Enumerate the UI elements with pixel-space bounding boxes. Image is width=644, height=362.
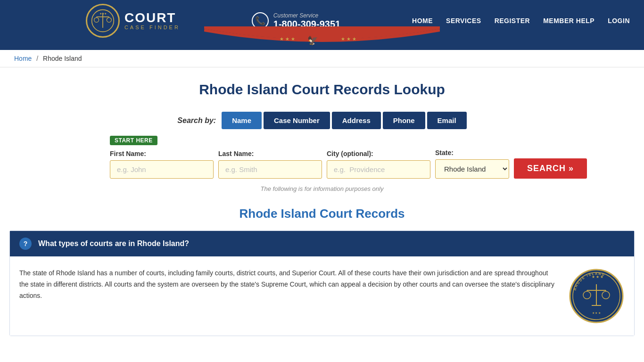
main-content: Rhode Island Court Records Lookup Search… <box>0 67 644 346</box>
tab-case-number[interactable]: Case Number <box>264 112 330 129</box>
ribbon-svg: 🦅 ★ ★ ★ ★ ★ ★ <box>204 26 440 50</box>
nav-login[interactable]: LOGIN <box>608 17 630 25</box>
ribbon-bar: 🦅 ★ ★ ★ ★ ★ ★ <box>0 41 644 50</box>
svg-text:★ ★ ★: ★ ★ ★ <box>280 36 295 41</box>
ri-seal-icon: RHODE ISLAND ★ ★ ★ ★ ★ ★ <box>568 268 625 324</box>
faq-body: The state of Rhode Island has a number o… <box>10 256 634 336</box>
breadcrumb-current: Rhode Island <box>43 55 82 62</box>
search-tabs: Name Case Number Address Phone Email <box>222 112 466 129</box>
breadcrumb: Home / Rhode Island <box>0 50 644 67</box>
main-nav: HOME SERVICES REGISTER MEMBER HELP LOGIN <box>412 17 630 25</box>
logo-area[interactable]: ★★★ COURT CASE FINDER <box>86 4 180 38</box>
first-name-label: First Name: <box>110 150 214 157</box>
search-by-row: Search by: Name Case Number Address Phon… <box>110 112 534 129</box>
svg-text:🦅: 🦅 <box>307 35 318 46</box>
last-name-group: Last Name: <box>218 150 322 179</box>
logo-finder-label: CASE FINDER <box>124 25 180 30</box>
breadcrumb-separator: / <box>36 55 38 62</box>
breadcrumb-home[interactable]: Home <box>14 55 32 62</box>
last-name-label: Last Name: <box>218 150 322 157</box>
start-here-text: START HERE <box>110 136 157 145</box>
city-label: City (optional): <box>327 150 430 157</box>
faq-question: What types of courts are in Rhode Island… <box>38 239 189 248</box>
start-here-badge: START HERE <box>110 136 534 149</box>
search-by-label: Search by: <box>177 116 216 125</box>
state-label: State: <box>435 149 509 156</box>
faq-answer: The state of Rhode Island has a number o… <box>19 268 559 301</box>
logo-text: COURT CASE FINDER <box>124 11 180 30</box>
tab-phone[interactable]: Phone <box>383 112 425 129</box>
first-name-group: First Name: <box>110 150 214 179</box>
last-name-input[interactable] <box>218 160 322 179</box>
nav-register[interactable]: REGISTER <box>495 17 530 25</box>
info-note: The following is for information purpose… <box>110 185 534 192</box>
svg-text:★ ★ ★: ★ ★ ★ <box>341 36 356 41</box>
faq-item: ? What types of courts are in Rhode Isla… <box>9 230 635 336</box>
state-select[interactable]: Rhode IslandAlabamaAlaskaArizonaArkansas… <box>435 159 509 179</box>
city-input[interactable] <box>327 160 430 179</box>
svg-text:★ ★ ★: ★ ★ ★ <box>592 312 601 314</box>
faq-header[interactable]: ? What types of courts are in Rhode Isla… <box>10 231 634 256</box>
svg-point-3 <box>94 17 99 22</box>
search-form: First Name: Last Name: City (optional): … <box>110 149 534 179</box>
tab-address[interactable]: Address <box>332 112 381 129</box>
search-button[interactable]: SEARCH » <box>514 158 587 179</box>
logo-circle: ★★★ <box>86 4 120 38</box>
cs-label: Customer Service <box>273 12 340 19</box>
logo-court-label: COURT <box>124 11 180 25</box>
tab-name[interactable]: Name <box>222 112 262 129</box>
nav-services[interactable]: SERVICES <box>446 17 481 25</box>
faq-icon: ? <box>19 238 32 250</box>
svg-point-4 <box>107 17 111 22</box>
tab-email[interactable]: Email <box>427 112 467 129</box>
page-title: Rhode Island Court Records Lookup <box>9 82 635 98</box>
nav-member-help[interactable]: MEMBER HELP <box>543 17 594 25</box>
first-name-input[interactable] <box>110 160 214 179</box>
state-group: State: Rhode IslandAlabamaAlaskaArizonaA… <box>435 149 509 179</box>
search-section: Search by: Name Case Number Address Phon… <box>110 112 534 192</box>
records-section-title: Rhode Island Court Records <box>9 206 635 221</box>
nav-home[interactable]: HOME <box>412 17 433 25</box>
city-group: City (optional): <box>327 150 430 179</box>
svg-text:★★★: ★★★ <box>99 12 107 15</box>
svg-text:★ ★ ★: ★ ★ ★ <box>592 275 603 279</box>
